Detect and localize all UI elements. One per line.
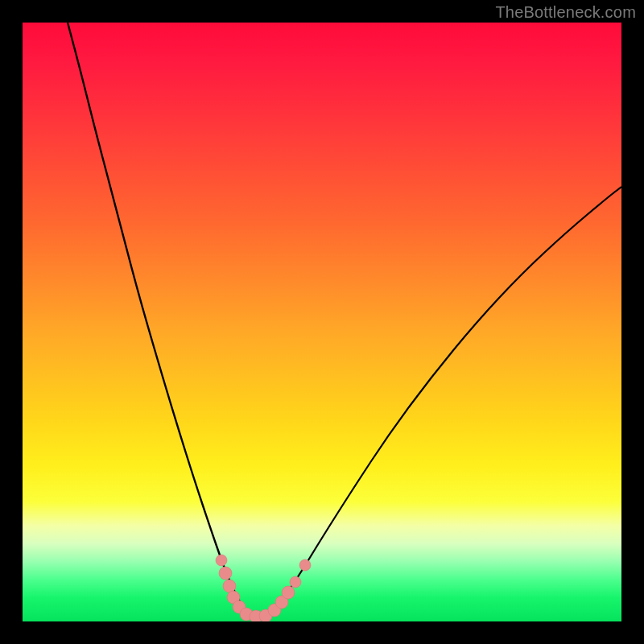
marker-dot: [282, 586, 295, 599]
chart-svg: [23, 23, 621, 621]
marker-dot: [223, 580, 236, 592]
marker-dot: [219, 567, 232, 580]
curve-left-branch: [68, 23, 253, 618]
marker-dot: [290, 576, 301, 588]
marker-cluster: [216, 555, 311, 621]
marker-dot: [299, 559, 311, 571]
marker-dot: [216, 555, 227, 566]
outer-frame: TheBottleneck.com: [0, 0, 644, 644]
curve-right-branch: [264, 187, 621, 618]
watermark-text: TheBottleneck.com: [495, 3, 636, 22]
plot-area: [23, 23, 621, 621]
